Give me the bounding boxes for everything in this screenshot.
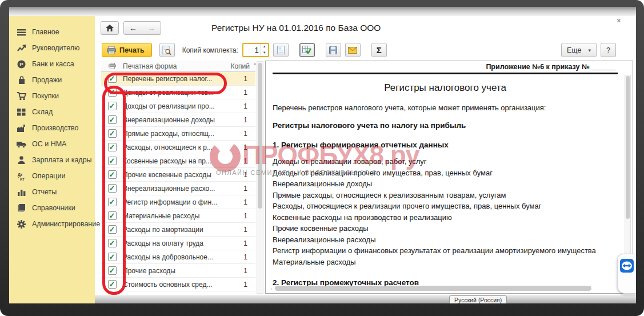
sidebar-item-rukovoditelyu[interactable]: Руководителю <box>9 40 95 56</box>
svg-text:Кт: Кт <box>20 177 25 181</box>
forward-button[interactable]: → <box>142 22 161 34</box>
table-row[interactable]: ✓ Перечень регистров налог... 1 <box>101 72 255 86</box>
row-copies: 1 <box>226 253 255 261</box>
spin-up-icon[interactable]: ▲ <box>261 44 268 50</box>
checkbox-checked[interactable]: ✓ <box>108 253 117 261</box>
book-icon <box>17 203 26 213</box>
row-copies: 1 <box>226 226 255 234</box>
preview-button[interactable] <box>159 43 175 57</box>
checkbox-checked[interactable]: ✓ <box>108 184 117 193</box>
doc-list-item: Расходы, относящиеся к реализации прочег… <box>273 201 618 212</box>
back-button[interactable]: ← <box>124 22 142 34</box>
spinner-arrows: ▲ ▼ <box>261 44 268 56</box>
app-window: Главное Руководителю P Банк и касса Прод… <box>9 7 636 303</box>
checkbox-checked[interactable]: ✓ <box>108 280 117 289</box>
document-vscroll-thumb[interactable] <box>626 76 630 219</box>
checkbox-checked[interactable]: ✓ <box>108 115 117 124</box>
checkbox-checked[interactable]: ✓ <box>108 157 117 165</box>
column-header-form[interactable]: Печатная форма <box>123 62 226 70</box>
row-copies: 1 <box>226 171 255 179</box>
document-vertical-scrollbar[interactable] <box>625 75 631 281</box>
table-row[interactable]: ✓ Внереализационные расхо... 1 <box>101 182 255 195</box>
sidebar-item-prodazhi[interactable]: Продажи <box>9 72 95 88</box>
checkbox-checked[interactable]: ✓ <box>108 266 117 275</box>
column-header-copies[interactable]: Копий <box>226 62 255 70</box>
document-hscroll-thumb[interactable] <box>275 286 591 291</box>
checkbox-checked[interactable]: ✓ <box>108 143 117 151</box>
sidebar-item-os-i-nma[interactable]: ОС и НМА <box>9 136 95 152</box>
doc-list-item: Регистр информации о финансовых результа… <box>273 245 618 257</box>
svg-text:P: P <box>19 61 23 67</box>
table-row[interactable]: ✓ Внереализационные доходы 1 <box>101 113 255 127</box>
scroll-left-icon[interactable]: ‹ <box>269 286 274 291</box>
help-button[interactable]: ? <box>601 43 616 57</box>
email-button[interactable] <box>345 43 361 57</box>
table-scrollbar[interactable] <box>257 61 263 294</box>
checkbox-checked[interactable]: ✓ <box>108 211 117 220</box>
checkbox-checked[interactable]: ✓ <box>108 74 117 83</box>
save-button[interactable] <box>326 43 341 57</box>
table-row[interactable]: ✓ Прямые расходы, относящ... 1 <box>101 127 255 141</box>
sidebar-item-operacii[interactable]: ДтКт Операции <box>9 168 95 184</box>
row-copies: 1 <box>226 102 255 110</box>
table-row[interactable]: ✓ Регистр информации о фин... 1 <box>101 195 255 209</box>
page-setup-button[interactable] <box>273 43 289 57</box>
teamviewer-icon <box>620 259 634 273</box>
teamviewer-tab[interactable] <box>617 254 636 294</box>
sidebar-item-pokupki[interactable]: Покупки <box>9 88 95 104</box>
table-row[interactable]: ✓ Прочие косвенные расходы 1 <box>101 168 255 182</box>
factory-icon <box>17 123 26 133</box>
table-row[interactable]: ✓ Доходы от реализации тов... 1 <box>101 86 255 99</box>
spin-down-icon[interactable]: ▼ <box>261 50 268 57</box>
sidebar-item-otchety[interactable]: Отчеты <box>9 184 95 200</box>
table-row[interactable]: ✓ Материальные расходы 1 <box>101 209 255 223</box>
row-label: Косвенные расходы на пр... <box>123 157 226 165</box>
table-row[interactable]: ✓ Прочие расходы 1 <box>101 264 255 278</box>
checkbox-checked[interactable]: ✓ <box>108 88 117 97</box>
sidebar-item-label: Администрирование <box>32 220 100 228</box>
table-scrollbar-thumb[interactable] <box>258 63 262 209</box>
table-check-icon <box>302 46 311 54</box>
document-preview: Приложение №6 к приказу № ______ Регистр… <box>265 61 633 294</box>
row-label: Расходы по амортизации <box>123 226 226 234</box>
table-row[interactable]: ✓ Расходы по амортизации 1 <box>101 223 255 237</box>
person-icon <box>17 155 26 165</box>
copies-input[interactable] <box>243 44 261 56</box>
more-button[interactable]: Еще ▾ <box>561 43 597 57</box>
table-row[interactable]: ✓ Расходы на оплату труда 1 <box>101 237 255 250</box>
print-button[interactable]: Печать <box>102 43 152 57</box>
sidebar-item-spravochniki[interactable]: Справочники <box>9 200 95 216</box>
row-copies: 1 <box>226 198 255 206</box>
sidebar-item-sklad[interactable]: Склад <box>9 104 95 120</box>
doc-list-item: Внереализационные доходы <box>273 178 618 190</box>
checkbox-checked[interactable]: ✓ <box>108 225 117 234</box>
row-copies: 1 <box>226 143 255 151</box>
close-icon[interactable]: × <box>617 16 621 25</box>
document-horizontal-scrollbar[interactable]: ‹ › <box>269 285 622 291</box>
sidebar-item-proizvodstvo[interactable]: Производство <box>9 120 95 136</box>
sidebar-item-bank-i-kassa[interactable]: P Банк и касса <box>9 56 95 72</box>
status-bar: Русский (Россия) <box>95 295 636 303</box>
page-title: Регистры НУ на 01.01.2016 по База ООО <box>211 23 381 33</box>
table-row[interactable]: ✓ Косвенные расходы на пр... 1 <box>101 154 255 168</box>
table-row[interactable]: ✓ Доходы от реализации про... 1 <box>101 99 255 113</box>
checkbox-checked[interactable]: ✓ <box>108 129 117 138</box>
sidebar-item-label: Отчеты <box>32 188 57 196</box>
sidebar-item-zarplata-i-kadry[interactable]: Зарплата и кадры <box>9 152 95 168</box>
checkbox-checked[interactable]: ✓ <box>108 170 117 179</box>
sidebar-item-administrirovanie[interactable]: Администрирование <box>9 216 95 232</box>
home-button[interactable] <box>101 21 119 35</box>
row-label: Расходы на добровольное... <box>123 253 226 261</box>
sum-button[interactable]: Σ <box>371 43 387 57</box>
checkbox-checked[interactable]: ✓ <box>108 198 117 206</box>
sidebar-item-glavnoe[interactable]: Главное <box>9 24 95 40</box>
window-top-strip <box>9 7 636 16</box>
checkbox-checked[interactable]: ✓ <box>108 102 117 110</box>
doc-list-item: Доходы от реализации прочего имущества, … <box>273 167 618 179</box>
checkbox-checked[interactable]: ✓ <box>108 239 117 247</box>
table-row[interactable]: ✓ Расходы, относящиеся к р... 1 <box>101 141 255 154</box>
doc-rule <box>273 73 618 74</box>
table-row[interactable]: ✓ Стоимость основных сред... 1 <box>101 278 255 291</box>
table-row[interactable]: ✓ Расходы на добровольное... 1 <box>101 250 255 264</box>
spreadsheet-settings-button[interactable] <box>299 43 315 57</box>
